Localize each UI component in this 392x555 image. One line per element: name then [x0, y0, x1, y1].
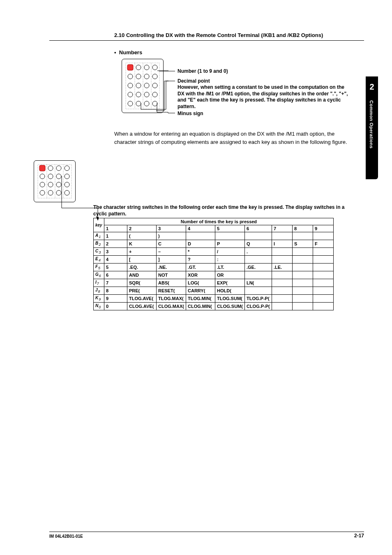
svg-point-10: [144, 74, 149, 79]
cell: ABS(: [157, 279, 186, 287]
cell: 3: [104, 248, 127, 256]
cell: .EQ.: [127, 264, 157, 271]
svg-point-46: [65, 190, 69, 195]
cell: F: [313, 240, 333, 248]
key-mapping-table: key Number of times the key is pressed 1…: [93, 218, 334, 310]
chapter-label: Common Operations: [369, 100, 374, 148]
annot-minus: Minus sign: [178, 111, 203, 117]
svg-point-16: [128, 92, 133, 97]
th-6: 6: [244, 225, 272, 232]
header-rule: [49, 40, 364, 41]
svg-point-32: [48, 166, 53, 171]
bullet-heading: • Numbers: [114, 49, 142, 56]
svg-point-17: [136, 92, 141, 97]
svg-point-8: [128, 74, 133, 79]
th-9: 9: [313, 225, 333, 232]
cell: CLOG.P-P(: [244, 303, 272, 310]
cell: 9: [104, 295, 127, 303]
cell: [272, 303, 292, 310]
cell: RESET(: [157, 287, 186, 295]
th-5: 5: [215, 225, 245, 232]
cell: [292, 248, 313, 256]
cell: TLOG.P-P(: [244, 295, 272, 303]
cell: LOG(: [186, 279, 215, 287]
table-row: A11(): [94, 232, 334, 240]
table-row: F55.EQ..NE..GT..LT..GE..LE.: [94, 264, 334, 271]
cell: Q: [244, 240, 272, 248]
cell: 7: [104, 279, 127, 287]
th-8: 8: [292, 225, 313, 232]
cell: S: [292, 240, 313, 248]
leader-lines-1: [156, 59, 181, 116]
table-body: A11()B22KCDPQISFC33+–*/.E44[]?:F55.EQ..N…: [94, 232, 334, 310]
svg-point-12: [128, 83, 133, 88]
row-key: C3: [94, 248, 104, 256]
cell: CLOG.MIN(: [186, 303, 215, 310]
annot-number: Number (1 to 9 and 0): [178, 68, 228, 75]
th-4: 4: [186, 225, 215, 232]
cell: C: [157, 240, 186, 248]
col-headers: 1 2 3 4 5 6 7 8 9: [94, 225, 334, 232]
annot-decimal-title: Decimal point: [178, 78, 210, 85]
row-key: G6: [94, 271, 104, 279]
th-span: Number of times the key is pressed: [104, 218, 334, 225]
svg-point-37: [56, 174, 61, 179]
cell: ?: [186, 256, 215, 264]
table-row: G66ANDNOTXOROR: [94, 271, 334, 279]
body-paragraph: When a window for entering an equation i…: [114, 130, 351, 146]
cell: [272, 271, 292, 279]
row-key: I7: [94, 279, 104, 287]
cell: 2: [104, 240, 127, 248]
section-title: 2.10 Controlling the DX with the Remote …: [114, 32, 323, 38]
cell: 6: [104, 271, 127, 279]
cell: .: [244, 248, 272, 256]
row-key: E4: [94, 256, 104, 264]
cell: [313, 271, 333, 279]
svg-point-22: [144, 101, 149, 106]
svg-point-43: [40, 190, 45, 195]
cell: TLOG.SUM(: [215, 295, 245, 303]
svg-point-13: [136, 83, 141, 88]
cell: ]: [157, 256, 186, 264]
svg-point-35: [40, 174, 45, 179]
cell: [313, 232, 333, 240]
cell: [244, 287, 272, 295]
cell: [272, 256, 292, 264]
svg-point-18: [144, 92, 149, 97]
cell: OR: [215, 271, 245, 279]
svg-point-44: [48, 190, 53, 195]
cell: [: [127, 256, 157, 264]
cell: .LE.: [272, 264, 292, 271]
cell: [313, 264, 333, 271]
svg-rect-4: [127, 65, 133, 70]
svg-point-33: [56, 166, 61, 171]
cell: [292, 232, 313, 240]
row-key: N0: [94, 303, 104, 310]
chapter-number: 2: [366, 82, 378, 92]
cell: .GT.: [186, 264, 215, 271]
cell: TLOG.AVE(: [127, 295, 157, 303]
row-key: F5: [94, 264, 104, 271]
cell: [292, 303, 313, 310]
cell: [272, 279, 292, 287]
svg-point-9: [136, 74, 141, 79]
cell: HOLD(: [215, 287, 245, 295]
svg-point-21: [136, 101, 141, 106]
svg-point-42: [65, 182, 69, 187]
table-row: K99TLOG.AVE(TLOG.MAX(TLOG.MIN(TLOG.SUM(T…: [94, 295, 334, 303]
cell: .GE.: [244, 264, 272, 271]
cell: 4: [104, 256, 127, 264]
cell: [313, 256, 333, 264]
cell: [215, 232, 245, 240]
table-caption: The character string switches in the fol…: [93, 204, 351, 217]
cell: [313, 287, 333, 295]
cell: CLOG.SUM(: [215, 303, 245, 310]
row-key: A1: [94, 232, 104, 240]
cell: [272, 232, 292, 240]
svg-point-5: [136, 65, 141, 70]
cell: :: [215, 256, 245, 264]
cell: (: [127, 232, 157, 240]
cell: [244, 271, 272, 279]
cell: [292, 287, 313, 295]
svg-point-36: [48, 174, 53, 179]
